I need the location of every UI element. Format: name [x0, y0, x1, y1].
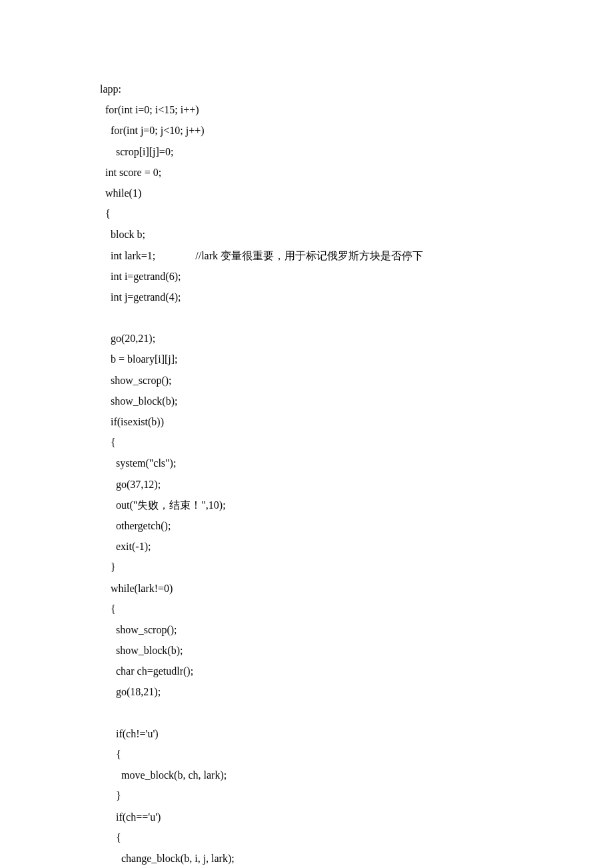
code-line: scrop[i][j]=0; — [100, 141, 573, 162]
code-line: if(ch=='u') — [100, 807, 573, 827]
code-line: system("cls"); — [100, 453, 573, 473]
code-line: char ch=getudlr(); — [100, 661, 573, 681]
code-line: show_block(b); — [100, 391, 573, 411]
code-line: out("失败，结束！",10); — [100, 495, 573, 515]
code-line: while(1) — [100, 183, 573, 203]
code-line — [100, 703, 573, 723]
code-line: lapp: — [100, 79, 573, 99]
code-line: b = bloary[i][j]; — [100, 349, 573, 369]
code-line: if(isexist(b)) — [100, 411, 573, 432]
code-block: lapp: for(int i=0; i<15; i++) for(int j=… — [100, 79, 573, 868]
code-line: if(ch!='u') — [100, 723, 573, 744]
code-line: { — [100, 203, 573, 224]
code-line: while(lark!=0) — [100, 578, 573, 599]
code-line: show_scrop(); — [100, 370, 573, 391]
code-line: { — [100, 827, 573, 848]
code-line: } — [100, 557, 573, 577]
code-line: } — [100, 785, 573, 806]
code-line: go(20,21); — [100, 328, 573, 349]
code-line: move_block(b, ch, lark); — [100, 765, 573, 785]
code-line — [100, 307, 573, 328]
code-line: change_block(b, i, j, lark); — [100, 848, 573, 868]
code-line: block b; — [100, 224, 573, 245]
code-line: { — [100, 432, 573, 453]
code-line: go(37,12); — [100, 474, 573, 495]
code-line: show_scrop(); — [100, 619, 573, 640]
code-line: int j=getrand(4); — [100, 287, 573, 307]
code-line: show_block(b); — [100, 640, 573, 661]
code-line: { — [100, 599, 573, 619]
code-line: { — [100, 744, 573, 765]
code-line: int i=getrand(6); — [100, 266, 573, 287]
code-line: othergetch(); — [100, 515, 573, 536]
code-line: exit(-1); — [100, 536, 573, 557]
code-line: for(int i=0; i<15; i++) — [100, 99, 573, 120]
code-line: int lark=1; //lark 变量很重要，用于标记俄罗斯方块是否停下 — [100, 245, 573, 266]
code-line: int score = 0; — [100, 162, 573, 183]
code-line: for(int j=0; j<10; j++) — [100, 120, 573, 141]
code-page: lapp: for(int i=0; i<15; i++) for(int j=… — [0, 0, 613, 868]
code-line: go(18,21); — [100, 681, 573, 702]
